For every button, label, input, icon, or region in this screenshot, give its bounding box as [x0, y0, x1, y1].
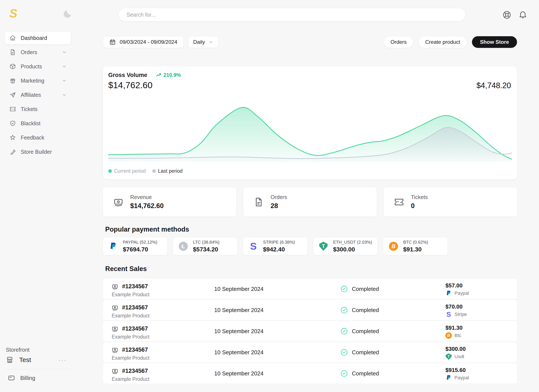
dashboard-page: S Dashboard Orders Products Marketing Af…: [0, 0, 539, 392]
store-icon: [6, 356, 14, 364]
tether-icon: [445, 353, 452, 360]
check-circle-icon: [340, 327, 348, 335]
payment-method-cards: PAYPAL (52.12%) $7694.70 LTC (38.84%) $5…: [103, 237, 447, 255]
paypal-icon: [445, 375, 452, 381]
payments-heading: Popular payment methods: [105, 226, 189, 233]
storefront-name: Test: [19, 356, 31, 363]
trending-up-icon: [156, 72, 161, 78]
last-period-value: $4,748.20: [476, 81, 511, 90]
litecoin-icon: [179, 242, 188, 251]
search-bar[interactable]: [119, 8, 466, 21]
orders-card[interactable]: Orders 28: [243, 187, 377, 217]
sidebar-item-blacklist[interactable]: Blacklist: [5, 117, 71, 130]
stat-value: $14,762.60: [130, 202, 164, 210]
stripe-icon: [249, 242, 258, 251]
legend-dot-last: [152, 169, 156, 173]
ticket-icon: [10, 106, 16, 112]
sidebar-item-label: Tickets: [21, 106, 38, 112]
sidebar-item-tickets[interactable]: Tickets: [5, 103, 71, 115]
sale-row[interactable]: #1234567 Example Product 10 September 20…: [103, 279, 517, 299]
file-text-icon: [254, 197, 264, 207]
area-chart[interactable]: [108, 96, 512, 164]
search-input[interactable]: [126, 11, 458, 18]
billing-label: Billing: [20, 375, 35, 382]
stat-label: Revenue: [130, 194, 164, 200]
sidebar-item-label: Feedback: [21, 135, 44, 141]
sidebar-item-orders[interactable]: Orders: [5, 46, 71, 58]
recent-sales-list: #1234567 Example Product 10 September 20…: [103, 279, 517, 384]
sidebar-item-label: Store Builder: [21, 149, 52, 155]
sidebar-item-marketing[interactable]: Marketing: [5, 74, 71, 87]
ticket-icon: [394, 197, 404, 207]
payment-card-btc[interactable]: BTC (0.62%) $91.30: [383, 237, 447, 255]
notifications-bell-icon[interactable]: [518, 10, 527, 19]
storefront-selector[interactable]: Test ···: [6, 356, 73, 364]
sidebar-item-label: Blacklist: [21, 120, 41, 126]
sidebar-item-dashboard[interactable]: Dashboard: [5, 32, 71, 44]
recent-sales-heading: Recent Sales: [105, 265, 147, 273]
storefront-more-button[interactable]: ···: [58, 356, 67, 363]
stat-value: 0: [411, 202, 428, 210]
storefront-label: Storefront: [6, 347, 73, 353]
check-circle-icon: [340, 285, 348, 293]
sale-row[interactable]: #1234567 Example Product 10 September 20…: [103, 342, 517, 363]
sidebar-item-feedback[interactable]: Feedback: [5, 131, 71, 144]
send-icon: [10, 92, 16, 98]
sale-row[interactable]: #1234567 Example Product 10 September 20…: [103, 300, 517, 320]
sidebar-item-products[interactable]: Products: [5, 60, 71, 73]
legend-current-period[interactable]: Current period: [108, 168, 146, 174]
chevron-down-icon: [208, 39, 213, 45]
chevron-down-icon: [62, 92, 67, 97]
revenue-card[interactable]: Revenue $14,762.60: [103, 187, 236, 217]
file-text-icon: [10, 49, 16, 55]
payment-card-ltc[interactable]: LTC (38.84%) $5734.20: [173, 237, 237, 255]
chevron-down-icon: [62, 64, 67, 69]
check-circle-icon: [340, 370, 348, 377]
sale-row[interactable]: #1234567 Example Product 10 September 20…: [103, 321, 517, 341]
package-icon: [10, 63, 16, 70]
bitcoin-icon: [445, 332, 452, 339]
stripe-icon: [445, 311, 452, 318]
banknote-icon: [112, 305, 118, 311]
date-range-picker[interactable]: 09/03/2024 - 09/09/2024: [103, 36, 183, 48]
show-store-button[interactable]: Show Store: [472, 36, 517, 48]
legend-last-period[interactable]: Last period: [152, 168, 183, 174]
paypal-icon: [109, 242, 118, 251]
sidebar-item-affiliates[interactable]: Affiliates: [5, 89, 71, 101]
banknote-icon: [112, 347, 118, 353]
gross-volume-card: Gross Volume 210.9% $14,762.60 $4,748.20…: [103, 66, 517, 179]
sidebar-item-label: Dashboard: [21, 35, 47, 41]
sidebar: Dashboard Orders Products Marketing Affi…: [5, 32, 71, 160]
app-logo[interactable]: S: [9, 7, 17, 19]
sidebar-item-billing[interactable]: Billing: [8, 374, 35, 382]
payment-card-eth-usdt[interactable]: ETH_USDT (2.03%) $300.00: [313, 237, 377, 255]
sale-row[interactable]: #1234567 Example Product 10 September 20…: [103, 363, 517, 384]
help-lifebuoy-icon[interactable]: [502, 10, 511, 19]
banknote-icon: [112, 283, 118, 290]
stat-label: Tickets: [411, 194, 428, 200]
payment-card-stripe[interactable]: STRIPE (6.38%) $942.40: [243, 237, 307, 255]
tether-icon: [319, 242, 328, 251]
chart-title: Gross Volume: [108, 72, 147, 78]
orders-button[interactable]: Orders: [384, 36, 413, 48]
check-circle-icon: [340, 348, 348, 356]
banknote-icon: [112, 368, 118, 374]
legend-dot-current: [108, 169, 112, 173]
paypal-icon: [445, 290, 452, 296]
sidebar-item-store-builder[interactable]: Store Builder: [5, 145, 71, 158]
chart-legend: Current period Last period: [108, 168, 183, 174]
star-icon: [10, 134, 16, 141]
gross-volume-value: $14,762.60: [108, 80, 152, 90]
payment-card-paypal[interactable]: PAYPAL (52.12%) $7694.70: [103, 237, 167, 255]
tickets-card[interactable]: Tickets 0: [384, 187, 517, 217]
storefront-section: Storefront Test ···: [6, 347, 73, 364]
stat-value: 28: [271, 202, 287, 210]
dark-mode-toggle-moon-icon[interactable]: [63, 9, 72, 19]
interval-select[interactable]: Daily: [188, 36, 218, 48]
banknote-icon: [113, 197, 123, 207]
banknote-icon: [112, 326, 118, 332]
create-product-button[interactable]: Create product: [419, 36, 467, 48]
paintbrush-icon: [10, 149, 16, 155]
stat-cards: Revenue $14,762.60 Orders 28 Tickets 0: [103, 187, 517, 217]
chevron-down-icon: [62, 50, 67, 55]
